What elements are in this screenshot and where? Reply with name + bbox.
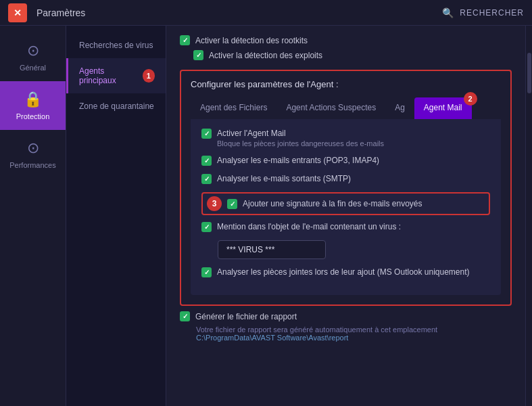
badge-2: 2 — [464, 92, 477, 106]
close-button[interactable]: ✕ — [8, 3, 27, 22]
subnav-item-zone-quarantaine[interactable]: Zone de quarantaine — [66, 93, 166, 119]
report-desc: Votre fichier de rapport sera généré aut… — [180, 325, 512, 334]
main-layout: ⊙ Général 🔒 Protection ⊙ Performances Re… — [0, 26, 532, 406]
report-path: C:\ProgramData\AVAST Software\Avast\repo… — [180, 334, 512, 342]
sidebar-label-general: Général — [20, 64, 46, 72]
search-label: RECHERCHER — [460, 8, 524, 18]
search-area[interactable]: 🔍 RECHERCHER — [442, 7, 524, 18]
sidebar: ⊙ Général 🔒 Protection ⊙ Performances — [0, 26, 66, 406]
check-analyser-entrants: ✓ Analyser les e-mails entrants (POP3, I… — [201, 156, 490, 166]
sub-navigation: Recherches de virus Agents principaux 1 … — [66, 26, 166, 406]
top-checks: ✓ Activer la détection des rootkits ✓ Ac… — [180, 35, 512, 60]
report-section: ✓ Générer le fichier de rapport Votre fi… — [180, 311, 512, 342]
checkbox-activer-agent-mail[interactable]: ✓ — [201, 129, 212, 139]
virus-input[interactable] — [218, 240, 326, 259]
subnav-item-agents-principaux[interactable]: Agents principaux 1 — [66, 58, 166, 93]
agent-config-box: Configurer les paramètres de l'Agent : A… — [180, 70, 512, 306]
tab-mail[interactable]: Agent Mail — [414, 97, 472, 119]
badge-1: 1 — [143, 69, 155, 83]
check-ajouter-signature-row: 3 ✓ Ajouter une signature à la fin des e… — [201, 192, 490, 215]
sidebar-item-performances[interactable]: ⊙ Performances — [0, 130, 66, 179]
window-title: Paramètres — [37, 7, 442, 18]
checkbox-ajouter-signature[interactable]: ✓ — [227, 199, 237, 209]
checkbox-report[interactable]: ✓ — [180, 311, 190, 321]
check-activer-agent-mail: ✓ Activer l'Agent Mail Bloque les pièces… — [201, 129, 490, 148]
tab-actions-suspectes[interactable]: Agent Actions Suspectes — [276, 97, 385, 119]
checkbox-exploits[interactable]: ✓ — [193, 50, 203, 60]
checkbox-analyser-entrants[interactable]: ✓ — [201, 156, 212, 166]
performances-icon: ⊙ — [27, 139, 39, 157]
tabs-row: Agent des Fichiers Agent Actions Suspect… — [191, 97, 501, 119]
tab-ag-ellipsis[interactable]: Ag — [385, 97, 414, 119]
search-icon: 🔍 — [442, 7, 454, 18]
sidebar-label-performances: Performances — [9, 161, 55, 169]
scrollbar-thumb[interactable] — [527, 53, 531, 93]
sidebar-item-protection[interactable]: 🔒 Protection — [0, 81, 66, 130]
checkbox-analyser-sortants[interactable]: ✓ — [201, 174, 212, 184]
badge-3: 3 — [207, 196, 222, 211]
check-outlook: ✓ Analyser les pièces jointes lors de le… — [201, 267, 490, 277]
tab-fichiers[interactable]: Agent des Fichiers — [191, 97, 276, 119]
sidebar-item-general[interactable]: ⊙ Général — [0, 32, 66, 81]
virus-input-row — [201, 240, 490, 259]
title-bar: ✕ Paramètres 🔍 RECHERCHER — [0, 0, 532, 26]
content-area: ✓ Activer la détection des rootkits ✓ Ac… — [166, 26, 525, 406]
tab-content-mail: ✓ Activer l'Agent Mail Bloque les pièces… — [191, 119, 501, 295]
checkbox-mention-virus[interactable]: ✓ — [201, 222, 212, 232]
check-mention-virus: ✓ Mention dans l'objet de l'e-mail conte… — [201, 222, 490, 232]
tab-mail-wrapper: Agent Mail 2 — [414, 97, 472, 119]
check-analyser-sortants: ✓ Analyser les e-mails sortants (SMTP) — [201, 174, 490, 184]
checkbox-outlook[interactable]: ✓ — [201, 267, 212, 277]
agent-config-title: Configurer les paramètres de l'Agent : — [191, 79, 501, 89]
sidebar-label-protection: Protection — [16, 112, 50, 120]
check-exploits: ✓ Activer la détection des exploits — [180, 50, 512, 60]
subnav-item-recherches-virus[interactable]: Recherches de virus — [66, 32, 166, 58]
checkbox-rootkits[interactable]: ✓ — [180, 35, 190, 45]
check-rootkits: ✓ Activer la détection des rootkits — [180, 35, 512, 45]
lock-icon: 🔒 — [24, 91, 42, 108]
check-report: ✓ Générer le fichier de rapport — [180, 311, 512, 321]
right-scrollbar[interactable] — [525, 26, 532, 406]
general-icon: ⊙ — [27, 42, 39, 60]
